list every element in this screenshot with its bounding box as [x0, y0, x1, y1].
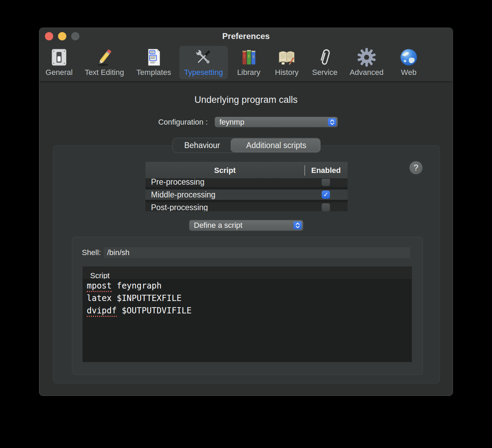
define-script-popup[interactable]: Define a script — [189, 220, 303, 231]
svg-text:E: E — [248, 55, 250, 58]
toolbar-item-web[interactable]: Web — [394, 46, 424, 79]
popup-stepper-icon — [328, 118, 336, 126]
column-header-enabled: Enabled — [304, 162, 348, 179]
code-rest: $INPUTTEXFILE — [112, 293, 181, 303]
pencil-icon — [94, 47, 114, 67]
toolbar-item-library[interactable]: T E X Library — [232, 46, 265, 79]
page-title: Underlying program calls — [39, 95, 453, 105]
script-code-editor[interactable]: mpost feyngraph latex $INPUTTEXFILE dvip… — [83, 279, 412, 362]
tools-icon — [193, 47, 214, 67]
code-line: dvipdf $OUTPUTDVIFILE — [87, 304, 412, 317]
window-title: Preferences — [39, 31, 453, 41]
toolbar-label: Service — [312, 68, 337, 77]
open-book-icon — [277, 47, 297, 67]
toolbar-item-general[interactable]: General — [41, 46, 77, 79]
toolbar-label: Library — [237, 68, 260, 77]
row-label: Pre-processing — [151, 179, 205, 187]
tab-bar: Behaviour Additional scripts — [172, 138, 321, 153]
column-header-script: Script — [145, 162, 304, 179]
table-row-post-processing[interactable]: Post-processing — [145, 202, 348, 211]
books-icon: T E X — [239, 47, 259, 67]
tab-additional-scripts[interactable]: Additional scripts — [231, 138, 321, 153]
toolbar-item-advanced[interactable]: Advanced — [345, 46, 388, 79]
code-word: mpost — [87, 281, 112, 292]
tab-behaviour[interactable]: Behaviour — [173, 138, 231, 153]
row-label: Middle-processing — [151, 189, 216, 200]
document-icon — [144, 47, 164, 67]
row-label: Post-processing — [151, 202, 208, 211]
table-body: Pre-processing Middle-processing Post-pr… — [145, 179, 348, 211]
configuration-value: feynmp — [219, 118, 244, 127]
toolbar-item-history[interactable]: History — [270, 46, 303, 79]
help-button[interactable]: ? — [409, 161, 423, 174]
toolbar-divider — [39, 81, 453, 82]
toolbar-label: History — [275, 68, 299, 77]
configuration-popup[interactable]: feynmp — [215, 117, 338, 127]
code-rest: feyngraph — [112, 281, 162, 291]
tab-label: Behaviour — [184, 141, 220, 150]
toolbar-item-typesetting[interactable]: Typesetting — [179, 46, 228, 79]
toolbar-item-templates[interactable]: Templates — [132, 46, 176, 79]
enabled-checkbox[interactable] — [322, 191, 330, 199]
toolbar-label: Typesetting — [184, 68, 223, 77]
toolbar-label: Web — [401, 68, 417, 77]
question-mark-icon: ? — [414, 163, 418, 173]
script-label-strip: Script — [83, 266, 412, 279]
paperclip-icon — [315, 47, 335, 67]
code-line: mpost feyngraph — [87, 280, 412, 292]
preferences-window: Preferences General — [39, 28, 453, 396]
code-word: dvipdf — [87, 306, 117, 317]
table-row-pre-processing[interactable]: Pre-processing — [145, 179, 348, 187]
enabled-checkbox[interactable] — [322, 179, 330, 186]
svg-text:X: X — [252, 55, 255, 59]
define-script-value: Define a script — [194, 221, 243, 230]
scripts-table: Script Enabled Pre-processing Middle-pro… — [145, 162, 348, 211]
toolbar-label: General — [46, 68, 73, 77]
toolbar-label: Templates — [136, 68, 171, 77]
shell-input[interactable]: /bin/sh — [103, 247, 410, 259]
title-bar: Preferences General — [39, 28, 453, 82]
gear-icon — [357, 47, 377, 67]
enabled-checkbox[interactable] — [322, 203, 330, 211]
table-row-middle-processing[interactable]: Middle-processing — [145, 189, 348, 200]
toolbar-item-service[interactable]: Service — [307, 46, 342, 79]
script-text-area[interactable]: Script mpost feyngraph latex $INPUTTEXFI… — [83, 266, 412, 362]
toolbar-label: Advanced — [350, 68, 384, 77]
code-rest: $OUTPUTDVIFILE — [117, 306, 192, 315]
shell-label: Shell: — [72, 247, 101, 259]
code-line: latex $INPUTTEXFILE — [87, 292, 412, 304]
script-label: Script — [90, 271, 110, 279]
globe-icon — [399, 47, 419, 67]
script-editor-panel: Shell: /bin/sh Script mpost feyngraph la… — [72, 237, 423, 375]
code-word: latex — [87, 293, 112, 303]
popup-stepper-icon — [293, 222, 302, 230]
tab-label: Additional scripts — [246, 141, 306, 150]
configuration-label: Configuration : — [39, 117, 208, 127]
light-switch-icon — [49, 47, 69, 67]
toolbar-item-text-editing[interactable]: Text Editing — [80, 46, 129, 79]
table-header[interactable]: Script Enabled — [145, 162, 348, 179]
toolbar-label: Text Editing — [85, 68, 124, 77]
